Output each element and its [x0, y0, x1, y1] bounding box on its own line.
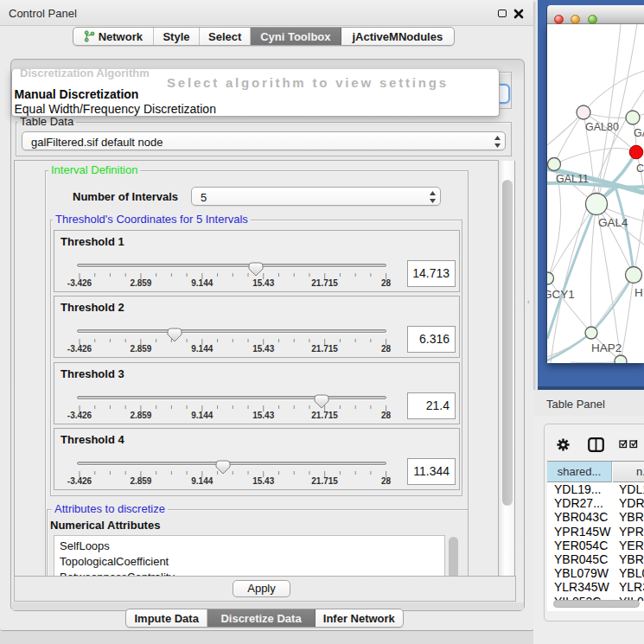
- svg-text:GAL80: GAL80: [585, 121, 619, 133]
- svg-text:GAL11: GAL11: [556, 173, 589, 185]
- svg-text:HAP2: HAP2: [591, 341, 622, 354]
- svg-text:GAL4: GAL4: [598, 216, 628, 229]
- svg-text:C: C: [636, 163, 644, 175]
- svg-text:GA: GA: [634, 127, 644, 139]
- svg-text:H: H: [634, 286, 643, 299]
- svg-text:GCY1: GCY1: [547, 288, 575, 301]
